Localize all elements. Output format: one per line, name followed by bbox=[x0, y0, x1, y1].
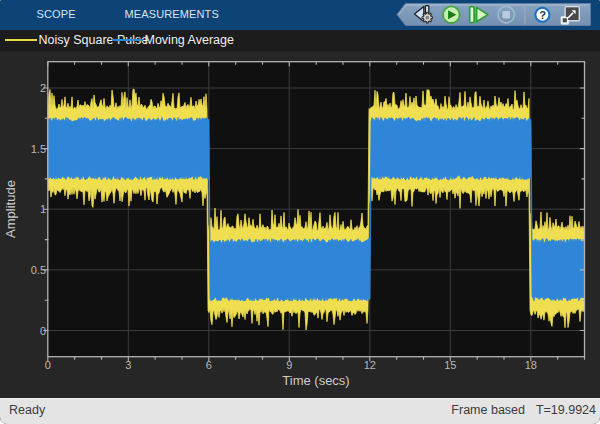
svg-text:6: 6 bbox=[206, 359, 212, 371]
svg-text:Time (secs): Time (secs) bbox=[282, 373, 349, 388]
svg-text:3: 3 bbox=[125, 359, 131, 371]
svg-text:Amplitude: Amplitude bbox=[3, 180, 18, 238]
svg-text:?: ? bbox=[539, 9, 546, 21]
svg-text:0.5: 0.5 bbox=[31, 264, 46, 276]
svg-text:0: 0 bbox=[45, 359, 51, 371]
svg-text:15: 15 bbox=[444, 359, 456, 371]
svg-text:0: 0 bbox=[40, 325, 46, 337]
svg-text:12: 12 bbox=[364, 359, 376, 371]
svg-text:18: 18 bbox=[525, 359, 537, 371]
svg-text:9: 9 bbox=[286, 359, 292, 371]
svg-text:1.5: 1.5 bbox=[31, 143, 46, 155]
svg-text:2: 2 bbox=[40, 82, 46, 94]
svg-text:1: 1 bbox=[40, 203, 46, 215]
